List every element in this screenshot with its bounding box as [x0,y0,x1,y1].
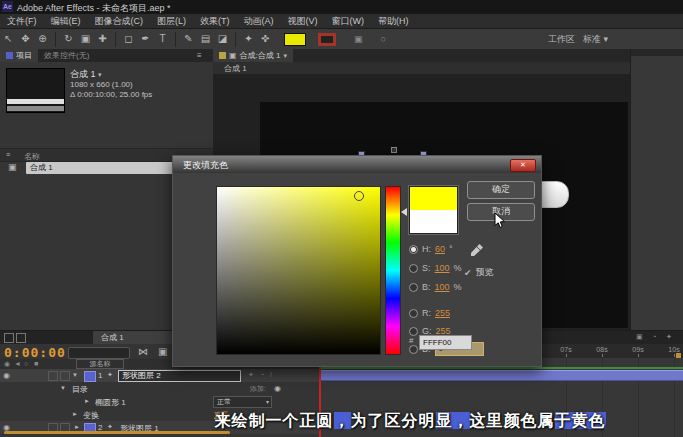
camera-tool-icon[interactable]: ▣ [77,30,94,48]
clone-stamp-tool-icon[interactable]: ▤ [197,30,214,48]
fill-color-swatch[interactable] [284,33,306,46]
roto-brush-tool-icon[interactable]: ✦ [240,30,257,48]
preview-label: 预览 [476,266,494,279]
saturation-radio[interactable] [409,264,418,273]
right-panel-header [631,49,683,56]
color-field-marker[interactable] [354,191,364,201]
new-color [410,187,457,210]
anchor-point[interactable] [391,147,397,153]
panel-menu-icon[interactable]: ≡ [197,51,202,60]
fx-switch[interactable] [60,371,70,381]
menu-view[interactable]: 视图(V) [281,14,325,28]
panel-chip-icon [219,52,226,59]
saturation-value[interactable]: 100 [435,263,450,273]
saturation-brightness-field[interactable] [216,186,381,355]
red-value[interactable]: 255 [435,308,450,318]
menu-animation[interactable]: 动画(A) [237,14,281,28]
brightness-value[interactable]: 100 [435,282,450,292]
blend-mode-dropdown[interactable]: 正常 ▾ [213,396,272,408]
blue-radio[interactable] [409,345,418,354]
dialog-titlebar[interactable]: 更改填充色 ✕ [173,156,541,173]
hue-value[interactable]: 60 [435,244,445,254]
menu-help[interactable]: 帮助(H) [371,14,416,28]
hue-slider-marker[interactable] [401,208,407,216]
transform-label[interactable]: 变换 [83,410,99,421]
pen-tool-icon[interactable]: ✒ [137,30,154,48]
menu-window[interactable]: 窗口(W) [325,14,372,28]
hue-slider[interactable] [385,186,401,355]
menu-edit[interactable]: 编辑(E) [44,14,88,28]
source-name-column-header[interactable]: 源名称 [76,359,124,369]
project-comp-duration: Δ 0:00:10:00, 25.00 fps [70,90,152,99]
tab-effect-controls[interactable]: 效果控件(无) [38,49,95,62]
layer-name-edit-field[interactable]: 形状图层 2 [118,370,241,382]
expander-open-icon[interactable]: ▼ [72,372,78,378]
brush-tool-icon[interactable]: ✎ [180,30,197,48]
selection-tool-icon[interactable]: ↖ [0,30,17,48]
quality-switch[interactable] [48,371,58,381]
dialog-title: 更改填充色 [183,159,228,172]
shape-tool-icon[interactable]: ◻ [120,30,137,48]
layer-duration-bar[interactable] [321,370,683,381]
red-radio[interactable] [409,309,418,318]
rotate-tool-icon[interactable]: ↻ [60,30,77,48]
tab-project[interactable]: 项目 [0,49,38,62]
shape-layer-icon: ✦ [107,423,113,431]
ellipse-label[interactable]: 椭圆形 1 [95,397,126,408]
tab-composition[interactable]: ▣ 合成:合成 1 ▾ [213,49,293,62]
effects-icon[interactable]: ◔ [260,371,264,378]
expander-open-icon[interactable]: ▼ [60,385,66,391]
eye-icon[interactable]: ◉ [3,371,10,380]
puppet-tool-icon[interactable]: ✜ [257,30,274,48]
add-button-icon[interactable]: ◉ [274,384,281,393]
menu-layer[interactable]: 图层(L) [150,14,193,28]
subtitle-segment: 于黄色 [555,412,606,429]
eyedropper-icon[interactable] [469,242,487,260]
timeline-icon[interactable] [4,333,14,343]
ok-button[interactable]: 确定 [467,181,535,199]
timeline-search-input[interactable] [68,347,130,359]
comp-flow-icon[interactable]: ⋈ [138,346,148,357]
comp-viewer-subtab[interactable]: 合成 1 [224,63,247,74]
audio-column-icon: ◄ [14,360,21,367]
preview-checkbox-row[interactable]: ✔ 预览 [464,266,494,279]
switches-icon[interactable]: ✦ [666,333,672,341]
workspace-dropdown[interactable]: 标准 ▾ [583,33,608,46]
blend-icon[interactable]: / [270,371,272,378]
antialias-icon[interactable]: ▣ [354,34,363,44]
expander-closed-icon[interactable]: ► [72,411,78,417]
menu-composition[interactable]: 图像合成(C) [88,14,151,28]
name-column-header[interactable]: 名称 [24,151,40,162]
layer-row-1[interactable]: ◉ ▼ 1 ✦ 形状图层 2 ✦ ◔ / [0,369,320,382]
expander-closed-icon[interactable]: ► [84,398,90,404]
hue-radio[interactable] [409,245,418,254]
chevron-down-icon: ▾ [283,49,287,62]
hex-value-input[interactable]: FFFF00 [419,335,472,350]
target-icon[interactable]: ○ [381,34,386,44]
menu-file[interactable]: 文件(F) [0,14,44,28]
pan-behind-tool-icon[interactable]: ✚ [94,30,111,48]
eraser-tool-icon[interactable]: ◪ [214,30,231,48]
work-area-bar[interactable] [321,367,683,369]
graph-editor-icon[interactable]: ▣ [636,333,643,341]
dialog-close-button[interactable]: ✕ [510,159,536,172]
shy-icon[interactable]: ✦ [248,371,254,379]
contents-group-label[interactable]: 目录 [72,384,88,395]
menu-effect[interactable]: 效果(T) [193,14,237,28]
hand-tool-icon[interactable]: ✥ [17,30,34,48]
contents-group-row[interactable]: ▼ 目录 添加: ◉ [0,382,320,395]
shape-layer-icon: ✦ [107,371,113,379]
flowchart-icon[interactable] [16,333,26,343]
expander-closed-icon[interactable]: ► [74,424,80,430]
green-radio[interactable] [409,327,418,336]
ellipse-row[interactable]: ► 椭圆形 1 正常 ▾ [0,395,320,408]
after-effects-window: Ae Adobe After Effects - 未命名项目.aep * 文件(… [0,0,683,437]
draft3d-icon[interactable]: ▣ [158,346,167,357]
comp-panel-tabbar: ▣ 合成:合成 1 ▾ [213,49,630,62]
zoom-tool-icon[interactable]: ⊕ [34,30,51,48]
motion-blur-icon[interactable]: ◔ [652,333,656,340]
layer-color-chip[interactable] [84,371,96,382]
type-tool-icon[interactable]: T [154,30,171,48]
stroke-color-swatch[interactable] [318,33,336,46]
brightness-radio[interactable] [409,283,418,292]
